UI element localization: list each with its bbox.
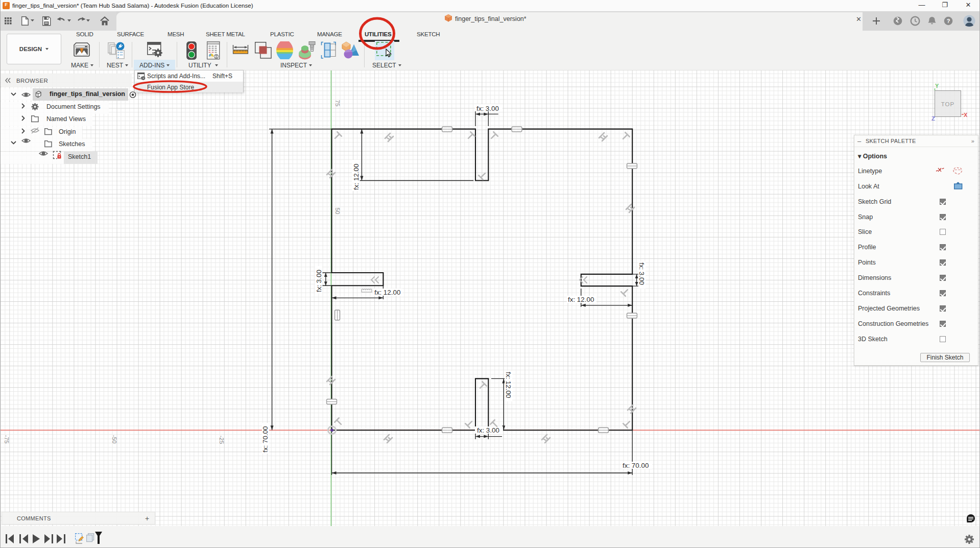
svg-text:-75: -75 bbox=[4, 435, 10, 444]
svg-text:?: ? bbox=[947, 18, 950, 24]
svg-text:-25: -25 bbox=[219, 436, 225, 444]
svg-text:fx: 12.00: fx: 12.00 bbox=[505, 372, 512, 398]
svg-text:fx: 12.00: fx: 12.00 bbox=[352, 164, 360, 190]
svg-text:fx: 12.00: fx: 12.00 bbox=[374, 289, 400, 296]
svg-text:fx: 70.00: fx: 70.00 bbox=[623, 462, 649, 469]
svg-text:fx: 3.00: fx: 3.00 bbox=[315, 270, 323, 292]
svg-text:-50: -50 bbox=[111, 435, 117, 444]
svg-text:fx: 12.00: fx: 12.00 bbox=[568, 296, 594, 303]
svg-text:50: 50 bbox=[334, 208, 341, 215]
svg-text:75: 75 bbox=[334, 100, 341, 107]
svg-text:fx: 3.00: fx: 3.00 bbox=[477, 426, 499, 434]
svg-text:fx: 3.00: fx: 3.00 bbox=[638, 263, 646, 285]
svg-text:fx: 70.00: fx: 70.00 bbox=[261, 426, 269, 452]
svg-text:fx: 3.00: fx: 3.00 bbox=[476, 105, 499, 112]
